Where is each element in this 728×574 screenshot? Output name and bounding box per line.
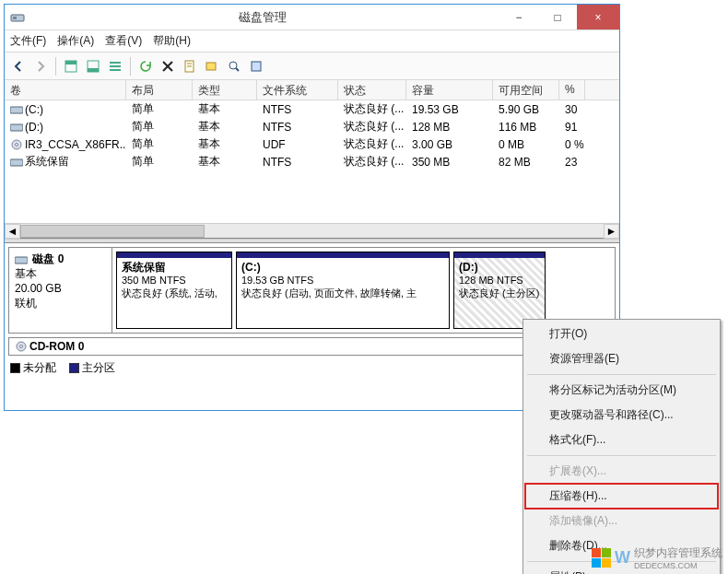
- partition[interactable]: (D:)128 MB NTFS状态良好 (主分区): [453, 252, 546, 329]
- disk-icon: [15, 254, 28, 265]
- toolbar: [5, 53, 619, 80]
- context-item[interactable]: 格式化(F)...: [525, 428, 718, 452]
- svg-rect-12: [252, 62, 261, 71]
- menubar: 文件(F) 操作(A) 查看(V) 帮助(H): [5, 30, 619, 53]
- svg-rect-6: [110, 62, 121, 64]
- svg-point-20: [20, 346, 23, 348]
- column-headers: 卷 布局 类型 文件系统 状态 容量 可用空间 %: [5, 80, 619, 100]
- menu-view[interactable]: 查看(V): [105, 33, 142, 49]
- delete-button[interactable]: [158, 56, 178, 76]
- col-capacity[interactable]: 容量: [406, 80, 493, 100]
- properties-button[interactable]: [180, 56, 200, 76]
- svg-rect-13: [10, 107, 23, 113]
- col-volume[interactable]: 卷: [5, 80, 126, 100]
- svg-rect-18: [15, 257, 28, 264]
- context-item[interactable]: 压缩卷(H)...: [525, 484, 718, 509]
- partition[interactable]: 系统保留350 MB NTFS状态良好 (系统, 活动,: [116, 252, 232, 329]
- volume-rows[interactable]: (C:)简单基本NTFS状态良好 (...19.53 GB5.90 GB30(D…: [5, 100, 619, 223]
- close-button[interactable]: ×: [577, 5, 619, 29]
- context-item[interactable]: 更改驱动器号和路径(C)...: [525, 403, 718, 428]
- svg-rect-17: [10, 159, 23, 166]
- table-row[interactable]: 系统保留简单基本NTFS状态良好 (...350 MB82 MB23: [5, 153, 619, 170]
- watermark-text: 织梦内容管理系统: [634, 545, 722, 561]
- context-item[interactable]: 资源管理器(E): [525, 346, 718, 371]
- window-title: 磁盘管理: [25, 9, 499, 26]
- table-row[interactable]: (C:)简单基本NTFS状态良好 (...19.53 GB5.90 GB30: [5, 100, 619, 118]
- scroll-left-button[interactable]: ◄: [5, 224, 20, 239]
- col-layout[interactable]: 布局: [126, 80, 193, 100]
- find-button[interactable]: [224, 56, 244, 76]
- disk-state: 联机: [15, 297, 37, 310]
- table-row[interactable]: IR3_CCSA_X86FR...简单基本UDF状态良好 (...3.00 GB…: [5, 135, 619, 153]
- menu-file[interactable]: 文件(F): [10, 33, 46, 49]
- volume-icon: [10, 139, 23, 150]
- col-fs[interactable]: 文件系统: [257, 80, 338, 100]
- svg-rect-10: [206, 63, 216, 70]
- back-button[interactable]: [8, 56, 29, 76]
- legend-primary-swatch: [69, 363, 79, 373]
- disk-info[interactable]: 磁盘 0 基本 20.00 GB 联机: [9, 248, 112, 333]
- wizard-button[interactable]: [246, 56, 266, 76]
- svg-point-11: [229, 62, 237, 69]
- maximize-button[interactable]: □: [538, 5, 577, 29]
- volume-icon: [10, 157, 23, 168]
- menu-separator: [527, 455, 716, 456]
- view-list-button[interactable]: [105, 56, 125, 76]
- menu-separator: [527, 374, 716, 375]
- disk-title: 磁盘 0: [32, 252, 64, 265]
- volume-icon: [10, 104, 23, 115]
- svg-rect-1: [13, 17, 17, 19]
- context-menu[interactable]: 打开(O)资源管理器(E)将分区标记为活动分区(M)更改驱动器号和路径(C)..…: [523, 319, 721, 574]
- svg-rect-7: [110, 65, 121, 67]
- context-item[interactable]: 将分区标记为活动分区(M): [525, 378, 718, 403]
- refresh-button[interactable]: [135, 56, 156, 76]
- legend-unallocated-swatch: [10, 363, 20, 373]
- legend-primary-label: 主分区: [82, 361, 115, 374]
- col-free[interactable]: 可用空间: [493, 80, 559, 100]
- svg-rect-3: [65, 61, 76, 64]
- legend-unallocated-label: 未分配: [23, 361, 56, 374]
- cdrom-title: CD-ROM 0: [29, 340, 84, 353]
- scroll-thumb[interactable]: [20, 225, 205, 238]
- cd-icon: [15, 341, 28, 352]
- watermark: W 织梦内容管理系统 DEDECMS.COM: [591, 545, 722, 570]
- col-status[interactable]: 状态: [338, 80, 406, 100]
- context-item[interactable]: 打开(O): [525, 322, 718, 346]
- menu-action[interactable]: 操作(A): [57, 33, 94, 49]
- watermark-sub: DEDECMS.COM: [634, 561, 722, 570]
- app-icon: [10, 10, 25, 25]
- svg-rect-5: [88, 68, 99, 72]
- table-row[interactable]: (D:)简单基本NTFS状态良好 (...128 MB116 MB91: [5, 118, 619, 135]
- forward-button[interactable]: [30, 56, 51, 76]
- volume-icon: [10, 122, 23, 133]
- scroll-right-button[interactable]: ►: [604, 224, 619, 239]
- rescan-button[interactable]: [202, 56, 222, 76]
- svg-rect-8: [110, 69, 121, 71]
- volume-list: 卷 布局 类型 文件系统 状态 容量 可用空间 % (C:)简单基本NTFS状态…: [5, 80, 619, 239]
- view-top-button[interactable]: [61, 56, 81, 76]
- minimize-button[interactable]: −: [499, 5, 538, 29]
- windows-logo-icon: [591, 548, 611, 568]
- svg-rect-14: [10, 124, 23, 131]
- svg-point-16: [16, 144, 18, 146]
- h-scrollbar[interactable]: ◄ ►: [5, 223, 619, 238]
- context-item: 扩展卷(X)...: [525, 459, 718, 484]
- col-type[interactable]: 类型: [193, 80, 257, 100]
- view-bottom-button[interactable]: [83, 56, 103, 76]
- disk-type: 基本: [15, 267, 37, 280]
- menu-help[interactable]: 帮助(H): [153, 33, 191, 49]
- disk-size: 20.00 GB: [15, 282, 62, 295]
- titlebar[interactable]: 磁盘管理 − □ ×: [5, 5, 619, 30]
- partition[interactable]: (C:)19.53 GB NTFS状态良好 (启动, 页面文件, 故障转储, 主: [236, 252, 450, 329]
- col-pct[interactable]: %: [559, 80, 585, 100]
- context-item: 添加镜像(A)...: [525, 509, 718, 533]
